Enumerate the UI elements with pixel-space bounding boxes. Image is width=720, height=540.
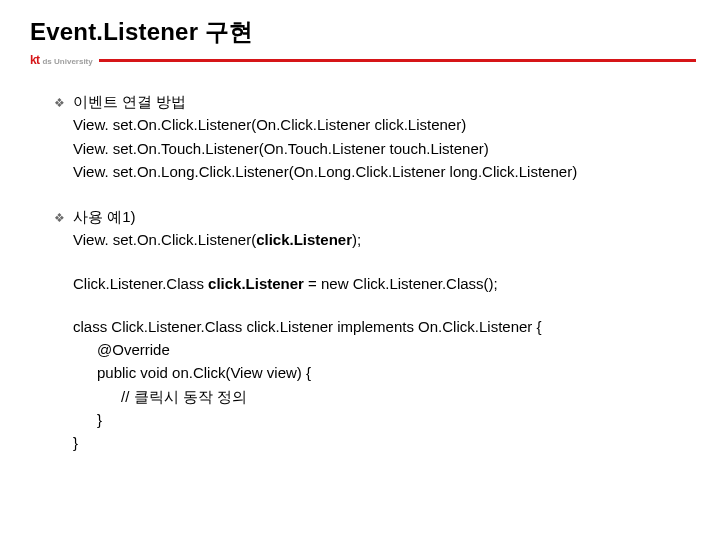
diamond-bullet-icon: ❖ — [54, 209, 65, 228]
bullet-1-line-1: View. set.On.Click.Listener(On.Click.Lis… — [73, 113, 686, 136]
bullet-2-line-2: Click.Listener.Class click.Listener = ne… — [73, 272, 686, 295]
class-line-close-outer: } — [73, 431, 686, 454]
diamond-bullet-icon: ❖ — [54, 94, 65, 113]
bullet-2-heading: 사용 예1) — [73, 205, 686, 228]
kt-logo: kt ds University — [30, 54, 93, 66]
bullet-1-heading: 이벤트 연결 방법 — [73, 90, 686, 113]
class-decl: class Click.Listener.Class click.Listene… — [73, 315, 686, 338]
bullet-2-line-1: View. set.On.Click.Listener(click.Listen… — [73, 228, 686, 251]
class-line-override: @Override — [73, 338, 686, 361]
class-line-method: public void on.Click(View view) { — [73, 361, 686, 384]
logo-ds: ds University — [42, 58, 92, 66]
header-rule-row: kt ds University — [24, 54, 696, 66]
class-line-comment: // 클릭시 동작 정의 — [73, 385, 686, 408]
slide-content: ❖ 이벤트 연결 방법 View. set.On.Click.Listener(… — [24, 66, 696, 454]
logo-kt: kt — [30, 54, 39, 66]
bullet-1: ❖ 이벤트 연결 방법 View. set.On.Click.Listener(… — [54, 90, 686, 183]
slide-title: Event.Listener 구현 — [30, 16, 253, 48]
class-line-close-inner: } — [73, 408, 686, 431]
red-rule — [99, 59, 696, 62]
bullet-1-line-3: View. set.On.Long.Click.Listener(On.Long… — [73, 160, 686, 183]
bullet-1-line-2: View. set.On.Touch.Listener(On.Touch.Lis… — [73, 137, 686, 160]
bullet-2: ❖ 사용 예1) View. set.On.Click.Listener(cli… — [54, 205, 686, 454]
